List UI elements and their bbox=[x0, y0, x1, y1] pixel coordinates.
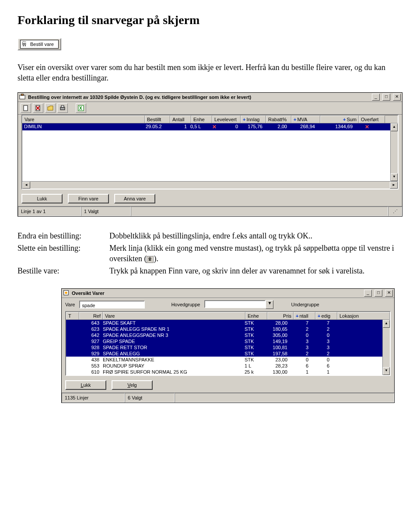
order-grid[interactable]: Vare Bestillt Antall Enhe Levelevert +In… bbox=[21, 115, 399, 189]
status-bar: 1135 Linjer 6 Valgt bbox=[62, 392, 394, 403]
excel-icon[interactable]: X bbox=[76, 103, 86, 113]
col-mva[interactable]: +MVA bbox=[291, 116, 320, 123]
def-term: Slette ein bestilling: bbox=[18, 242, 109, 265]
table-row[interactable]: 642SPADE ANLEGGSPADE NR 3STK305,0000 bbox=[66, 332, 382, 338]
intro-paragraph: Viser ein oversikt over varer som du har… bbox=[18, 62, 402, 84]
search-bar: Vare spade Hovedgruppe ▼ Undergruppe bbox=[62, 298, 394, 311]
col-vare[interactable]: Vare bbox=[22, 116, 145, 123]
svg-rect-7 bbox=[60, 107, 65, 110]
open-icon[interactable] bbox=[45, 103, 56, 113]
table-row[interactable]: 610FRØ SPIRE SURFOR NORMAL 25 KG25 k130,… bbox=[66, 369, 382, 375]
col-lokasjon[interactable]: Lokasjon bbox=[337, 312, 390, 319]
table-row[interactable]: 438ENKELTMANNSPAKKESTK23,0000 bbox=[66, 357, 382, 363]
table-row[interactable]: 623SPADE ANLEGG SPADE NR 1STK180,6522 bbox=[66, 326, 382, 332]
horizontal-scrollbar[interactable]: ◄ ► bbox=[22, 181, 398, 189]
col-levert[interactable]: Levelevert bbox=[212, 116, 241, 123]
print-icon[interactable] bbox=[57, 103, 68, 113]
col-pris[interactable]: Pris bbox=[267, 312, 294, 319]
col-antall[interactable]: Antall bbox=[170, 116, 191, 123]
table-row[interactable]: 928SPADE RETT STORSTK100,8133 bbox=[66, 344, 382, 350]
col-t[interactable]: T bbox=[66, 312, 79, 319]
label-undergruppe: Undergruppe bbox=[291, 302, 319, 307]
lukk-button[interactable]: Lukk bbox=[21, 194, 63, 203]
maximize-button[interactable]: □ bbox=[374, 290, 382, 297]
button-bar: Lukk Finn vare Anna vare bbox=[18, 190, 402, 206]
col-vare[interactable]: Vare bbox=[103, 312, 245, 319]
def-text: Trykk på knappen Finn vare, og skriv inn… bbox=[109, 265, 402, 277]
table-row[interactable]: 643SPADE SKAFTSTK28,0077 bbox=[66, 320, 382, 326]
anna-vare-button[interactable]: Anna vare bbox=[114, 194, 155, 203]
definitions-table: Endra ein bestilling: Dobbeltklikk på be… bbox=[18, 230, 402, 277]
svg-point-1 bbox=[23, 45, 24, 46]
svg-rect-5 bbox=[24, 105, 28, 111]
col-enhet[interactable]: Enhe bbox=[191, 116, 212, 123]
vertical-scrollbar[interactable]: ▲ ▼ bbox=[390, 123, 398, 181]
scroll-right-icon[interactable]: ► bbox=[390, 182, 398, 189]
scroll-up-icon[interactable]: ▲ bbox=[391, 123, 398, 131]
delete-icon[interactable] bbox=[33, 103, 43, 113]
finn-vare-button[interactable]: Finn vare bbox=[68, 194, 109, 203]
window-title: Oversikt Varer bbox=[72, 291, 361, 296]
svg-point-2 bbox=[24, 45, 26, 46]
scroll-up-icon[interactable]: ▲ bbox=[383, 320, 390, 328]
col-antall[interactable]: +ntall bbox=[294, 312, 315, 319]
velg-button[interactable]: Velg bbox=[112, 380, 153, 390]
titlebar[interactable]: Bestilling over internett av 10320 Spild… bbox=[18, 93, 402, 102]
demo-button-label: Bestill vare bbox=[30, 42, 54, 47]
app-icon bbox=[63, 290, 69, 297]
resize-grip-icon[interactable]: ⋰ bbox=[388, 207, 402, 216]
grid-header: T Ref Vare Enhe Pris +ntall +edig Lokasj… bbox=[66, 312, 390, 320]
titlebar[interactable]: Oversikt Varer _ □ ✕ bbox=[62, 289, 394, 298]
status-lines: 1135 Linjer bbox=[62, 393, 125, 403]
def-term: Endra ein bestilling: bbox=[18, 230, 109, 242]
col-enhet[interactable]: Enhe bbox=[245, 312, 267, 319]
scroll-down-icon[interactable]: ▼ bbox=[383, 367, 390, 375]
svg-rect-4 bbox=[21, 94, 23, 95]
status-lines: Linje 1 av 1 bbox=[18, 207, 81, 216]
status-selected: 1 Valgt bbox=[81, 207, 131, 216]
new-icon[interactable] bbox=[21, 103, 31, 113]
def-term: Bestille vare: bbox=[18, 265, 109, 277]
svg-point-12 bbox=[65, 291, 67, 294]
window-title: Bestilling over internett av 10320 Spild… bbox=[28, 95, 369, 100]
svg-rect-0 bbox=[22, 43, 26, 45]
col-ledig[interactable]: +edig bbox=[315, 312, 337, 319]
col-innlag[interactable]: +Innlag bbox=[241, 116, 266, 123]
status-bar: Linje 1 av 1 1 Valgt ⋰ bbox=[18, 206, 402, 216]
grid-rows[interactable]: DIMILIN 29.05.2 1 0,5 L ✕ 0 175,76 2,00 … bbox=[22, 123, 390, 181]
demo-bestill-vare-button: Bestill vare bbox=[18, 38, 61, 50]
product-grid[interactable]: T Ref Vare Enhe Pris +ntall +edig Lokasj… bbox=[65, 311, 391, 376]
table-row[interactable]: 553ROUNDUP SPRAY1 L28,2366 bbox=[66, 363, 382, 369]
vertical-scrollbar[interactable]: ▲ ▼ bbox=[382, 320, 390, 375]
lukk-button[interactable]: Lukk bbox=[65, 380, 106, 390]
cart-icon bbox=[21, 41, 28, 48]
dropdown-icon[interactable]: ▼ bbox=[266, 300, 273, 309]
col-bestillt[interactable]: Bestillt bbox=[145, 116, 170, 123]
minimize-button[interactable]: _ bbox=[372, 94, 380, 101]
label-hovedgruppe: Hovedgruppe bbox=[171, 302, 200, 307]
maximize-button[interactable]: □ bbox=[382, 94, 390, 101]
def-text: Merk linja (klikk ein gong med venstre m… bbox=[109, 242, 402, 265]
close-button[interactable]: ✕ bbox=[393, 94, 401, 101]
scroll-left-icon[interactable]: ◄ bbox=[22, 182, 30, 189]
table-row[interactable]: 927GREIP SPADESTK149,1933 bbox=[66, 338, 382, 344]
col-sum[interactable]: +Sum bbox=[320, 116, 359, 123]
svg-text:X: X bbox=[79, 106, 82, 111]
svg-rect-8 bbox=[61, 105, 64, 107]
search-input[interactable]: spade bbox=[79, 301, 145, 308]
status-selected: 6 Valgt bbox=[125, 393, 175, 403]
col-overfort[interactable]: Overført bbox=[359, 116, 385, 123]
scroll-down-icon[interactable]: ▼ bbox=[391, 173, 398, 181]
window-bestilling: Bestilling over internett av 10320 Spild… bbox=[18, 92, 402, 217]
grid-rows[interactable]: 643SPADE SKAFTSTK28,0077623SPADE ANLEGG … bbox=[66, 320, 382, 375]
grid-header: Vare Bestillt Antall Enhe Levelevert +In… bbox=[22, 116, 398, 123]
hovedgruppe-select[interactable] bbox=[204, 300, 266, 308]
minimize-button[interactable]: _ bbox=[364, 290, 372, 297]
table-row[interactable]: DIMILIN 29.05.2 1 0,5 L ✕ 0 175,76 2,00 … bbox=[22, 123, 390, 130]
window-oversikt-varer: Oversikt Varer _ □ ✕ Vare spade Hovedgru… bbox=[61, 288, 395, 403]
col-ref[interactable]: Ref bbox=[79, 312, 103, 319]
table-row[interactable]: 929SPADE ANLEGGSTK197,5822 bbox=[66, 350, 382, 357]
def-text: Dobbeltklikk på bestillingslinja, endre … bbox=[109, 230, 402, 242]
close-button[interactable]: ✕ bbox=[385, 290, 393, 297]
col-rabatt[interactable]: Rabatt% bbox=[266, 116, 291, 123]
